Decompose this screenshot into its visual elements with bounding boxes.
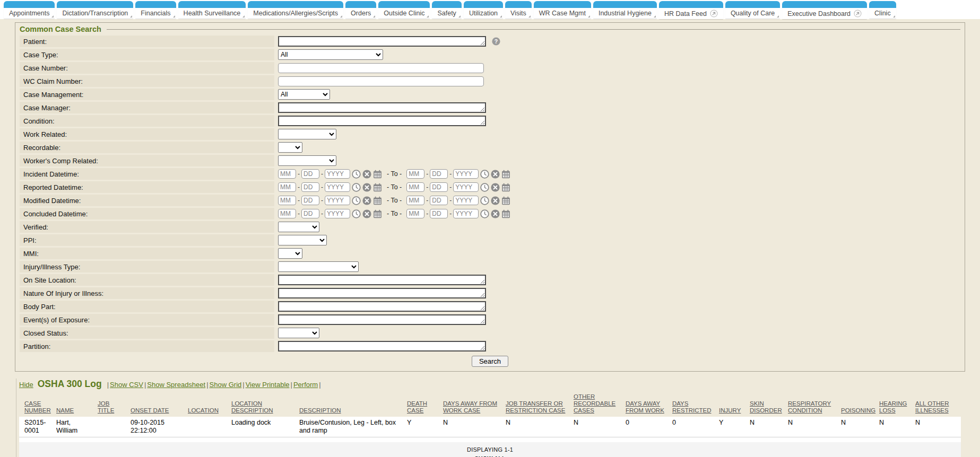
start-mm-input[interactable] — [278, 169, 296, 179]
column-header-hearing-loss[interactable]: HEARING LOSS — [879, 392, 915, 417]
hide-link[interactable]: Hide — [19, 381, 33, 389]
column-header-skin-disorder[interactable]: SKIN DISORDER — [750, 392, 788, 417]
condition-input[interactable] — [278, 116, 486, 126]
end-dd-input[interactable] — [430, 209, 448, 218]
start-mm-input[interactable] — [278, 196, 296, 205]
start-mm-input[interactable] — [278, 209, 296, 218]
tab-clinic[interactable]: Clinic — [869, 1, 896, 19]
column-header-death-case[interactable]: DEATH CASE — [407, 392, 443, 417]
start-dd-input[interactable] — [301, 169, 319, 179]
clear-date-icon[interactable] — [491, 209, 500, 218]
case-management-select[interactable]: All — [278, 89, 330, 100]
ppi-select[interactable] — [278, 235, 327, 245]
time-picker-icon[interactable] — [352, 170, 361, 179]
recordable-select[interactable] — [278, 142, 302, 153]
calendar-picker-icon[interactable] — [373, 209, 382, 218]
tab-quality-of-care[interactable]: Quality of Care — [725, 1, 780, 19]
clear-date-icon[interactable] — [491, 196, 500, 205]
column-header-job-title[interactable]: JOB TITLE — [98, 392, 131, 417]
body-part-input[interactable] — [278, 301, 486, 312]
tab-orders[interactable]: Orders — [345, 1, 376, 19]
end-mm-input[interactable] — [406, 196, 424, 205]
calendar-picker-icon[interactable] — [501, 183, 510, 192]
start-yyyy-input[interactable] — [325, 196, 350, 205]
clear-date-icon[interactable] — [362, 209, 371, 218]
column-header-poisoning[interactable]: POISONING — [841, 392, 879, 417]
start-dd-input[interactable] — [301, 209, 319, 218]
view-printable-link[interactable]: View Printable — [246, 381, 290, 389]
verified-select[interactable] — [278, 222, 319, 232]
tab-dictation-transcription[interactable]: Dictation/Transcription — [57, 1, 133, 19]
column-header-name[interactable]: NAME — [56, 392, 98, 417]
tab-financials[interactable]: Financials — [135, 1, 176, 19]
calendar-picker-icon[interactable] — [501, 209, 510, 218]
end-yyyy-input[interactable] — [453, 169, 479, 179]
start-yyyy-input[interactable] — [325, 182, 350, 192]
column-header-case-number[interactable]: CASE NUMBER — [19, 392, 56, 417]
tab-hr-data-feed[interactable]: HR Data Feed — [659, 1, 723, 19]
work-related-select[interactable] — [278, 129, 336, 139]
column-header-days-restricted[interactable]: DAYS RESTRICTED — [672, 392, 719, 417]
tab-wr-case-mgmt[interactable]: WR Case Mgmt — [534, 1, 591, 19]
time-picker-icon[interactable] — [352, 209, 361, 218]
start-mm-input[interactable] — [278, 182, 296, 192]
injury-illness-type-select[interactable] — [278, 261, 359, 272]
table-row[interactable]: S2015-0001Hart, William09-10-2015 22:12:… — [19, 417, 961, 437]
end-yyyy-input[interactable] — [453, 182, 479, 192]
column-header-injury[interactable]: INJURY — [719, 392, 750, 417]
start-dd-input[interactable] — [301, 182, 319, 192]
nature-of-injury-or-illness-input[interactable] — [278, 288, 486, 298]
calendar-picker-icon[interactable] — [373, 196, 382, 205]
column-header-location[interactable]: LOCATION — [188, 392, 231, 417]
partition-input[interactable] — [278, 341, 486, 351]
show-grid-link[interactable]: Show Grid — [210, 381, 242, 389]
start-yyyy-input[interactable] — [325, 209, 350, 218]
calendar-picker-icon[interactable] — [501, 170, 510, 179]
time-picker-icon[interactable] — [480, 183, 489, 192]
time-picker-icon[interactable] — [480, 209, 489, 218]
column-header-description[interactable]: DESCRIPTION — [299, 392, 407, 417]
patient-input[interactable] — [278, 36, 486, 47]
tab-health-surveillance[interactable]: Health Surveillance — [178, 1, 246, 19]
tab-safety[interactable]: Safety — [432, 1, 461, 19]
clear-date-icon[interactable] — [491, 183, 500, 192]
event-s-of-exposure-input[interactable] — [278, 314, 486, 325]
start-dd-input[interactable] — [301, 196, 319, 205]
open-external-icon[interactable] — [854, 10, 862, 17]
calendar-picker-icon[interactable] — [501, 196, 510, 205]
column-header-respiratory-condition[interactable]: RESPIRATORY CONDITION — [788, 392, 841, 417]
tab-outside-clinic[interactable]: Outside Clinic — [378, 1, 430, 19]
closed-status-select[interactable] — [278, 328, 319, 338]
tab-utilization[interactable]: Utilization — [464, 1, 503, 19]
end-dd-input[interactable] — [430, 169, 448, 179]
open-external-icon[interactable] — [710, 10, 718, 17]
time-picker-icon[interactable] — [480, 196, 489, 205]
help-icon[interactable]: ? — [492, 37, 500, 46]
tab-industrial-hygiene[interactable]: Industrial Hygiene — [593, 1, 657, 19]
clear-date-icon[interactable] — [362, 170, 371, 179]
end-yyyy-input[interactable] — [453, 196, 479, 205]
worker-s-comp-related-select[interactable] — [278, 155, 336, 166]
time-picker-icon[interactable] — [480, 170, 489, 179]
end-dd-input[interactable] — [430, 196, 448, 205]
clear-date-icon[interactable] — [362, 196, 371, 205]
case-manager-input[interactable] — [278, 102, 486, 113]
calendar-picker-icon[interactable] — [373, 183, 382, 192]
search-button[interactable]: Search — [472, 356, 508, 367]
end-mm-input[interactable] — [406, 209, 424, 218]
column-header-days-away-from-work[interactable]: DAYS AWAY FROM WORK — [626, 392, 672, 417]
column-header-onset-date[interactable]: ONSET DATE — [131, 392, 188, 417]
column-header-other-recordable-cases[interactable]: OTHER RECORDABLE CASES — [574, 392, 626, 417]
wc-claim-number-input[interactable] — [278, 76, 484, 86]
clear-date-icon[interactable] — [362, 183, 371, 192]
end-mm-input[interactable] — [406, 182, 424, 192]
end-mm-input[interactable] — [406, 169, 424, 179]
mmi-select[interactable] — [278, 248, 302, 259]
calendar-picker-icon[interactable] — [373, 170, 382, 179]
column-header-all-other-illnesses[interactable]: ALL OTHER ILLNESSES — [915, 392, 961, 417]
on-site-location-input[interactable] — [278, 275, 486, 285]
perform-link[interactable]: Perform — [293, 381, 318, 389]
tab-medications-allergies-scripts[interactable]: Medications/Allergies/Scripts — [248, 1, 343, 19]
case-type-select[interactable]: All — [278, 49, 383, 60]
tab-appointments[interactable]: Appointments — [4, 1, 55, 19]
